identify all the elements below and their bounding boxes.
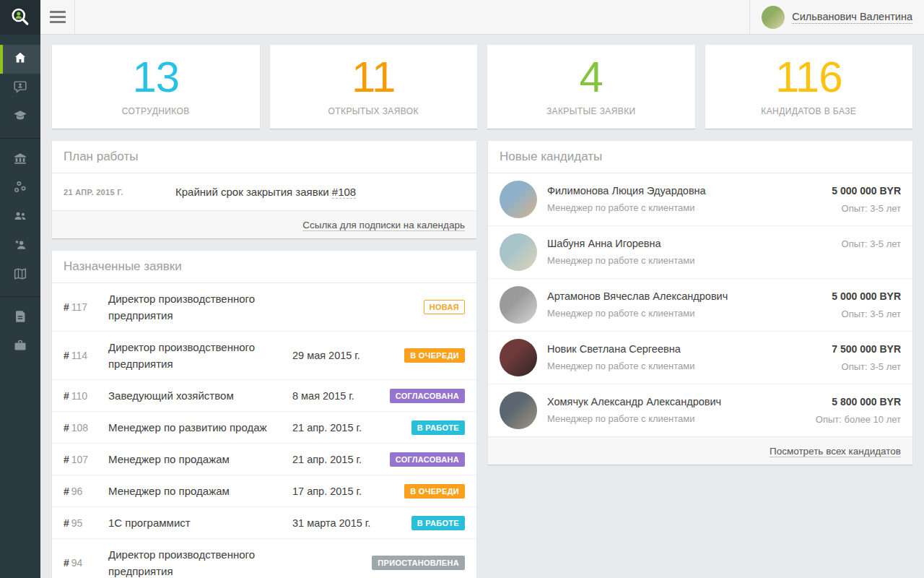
sidebar-item-education[interactable] bbox=[0, 103, 40, 131]
request-number: #110 bbox=[64, 390, 108, 402]
request-position: Директор производственного предприятия bbox=[108, 546, 292, 578]
view-all-candidates-link[interactable]: Посмотреть всех кандидатов bbox=[770, 446, 901, 457]
candidate-row[interactable]: Новик Светлана Сергеевна Менеджер по раб… bbox=[488, 331, 912, 384]
sidebar-item-company[interactable] bbox=[0, 145, 40, 174]
stat-label: СОТРУДНИКОВ bbox=[52, 106, 260, 116]
work-plan-entry-text: Крайний срок закрытия заявки #108 bbox=[175, 186, 356, 198]
request-position: Директор производственного предприятия bbox=[108, 290, 292, 324]
sidebar-item-home[interactable] bbox=[0, 45, 40, 74]
candidate-position: Менеджер по работе с клиентами bbox=[547, 306, 832, 320]
candidates-list: Филимонова Люция Эдуардовна Менеджер по … bbox=[488, 173, 912, 436]
request-number: #114 bbox=[64, 350, 108, 361]
request-date: 21 апр. 2015 г. bbox=[292, 454, 390, 465]
request-number: #108 bbox=[64, 422, 108, 434]
request-row[interactable]: #95 1С программист 31 марта 2015 г. В РА… bbox=[52, 506, 476, 538]
sidebar-item-structure[interactable] bbox=[0, 174, 40, 203]
hash-icon: # bbox=[64, 486, 69, 497]
stat-card[interactable]: 11 ОТКРЫТЫХ ЗАЯВОК bbox=[270, 45, 478, 129]
request-position: Директор производственного предприятия bbox=[108, 339, 292, 372]
new-candidates-panel: Новые кандидаты Филимонова Люция Эдуардо… bbox=[488, 141, 912, 465]
request-date: 31 марта 2015 г. bbox=[292, 517, 411, 529]
candidate-experience: Опыт: более 10 лет bbox=[816, 412, 901, 427]
menu-toggle-button[interactable] bbox=[40, 0, 75, 35]
candidate-name: Новик Светлана Сергеевна bbox=[547, 342, 832, 357]
new-candidates-title: Новые кандидаты bbox=[488, 141, 912, 173]
user-name[interactable]: Сильванович Валентина bbox=[792, 11, 912, 24]
request-date: 29 мая 2015 г. bbox=[292, 350, 404, 361]
request-position: Заведующий хозяйством bbox=[108, 387, 292, 404]
stat-card[interactable]: 13 СОТРУДНИКОВ bbox=[52, 45, 260, 129]
candidate-position: Менеджер по работе с клиентами bbox=[547, 201, 832, 215]
sidebar-item-candidates[interactable] bbox=[0, 232, 40, 261]
employees-icon bbox=[12, 208, 28, 227]
candidate-avatar bbox=[500, 286, 537, 324]
stats-row: 13 СОТРУДНИКОВ 11 ОТКРЫТЫХ ЗАЯВОК 4 ЗАКР… bbox=[52, 45, 912, 129]
request-number: #96 bbox=[64, 486, 108, 497]
candidate-experience: Опыт: 3-5 лет bbox=[842, 201, 901, 216]
candidate-avatar bbox=[500, 339, 537, 376]
candidate-name: Артамонов Вячеслав Александрович bbox=[547, 289, 832, 304]
stat-value: 116 bbox=[705, 51, 913, 104]
candidate-salary: 5 800 000 BYR bbox=[832, 394, 901, 410]
request-number: #117 bbox=[64, 301, 108, 313]
stat-card[interactable]: 116 КАНДИДАТОВ В БАЗЕ bbox=[705, 45, 913, 129]
work-plan-footer: Ссылка для подписки на календарь bbox=[52, 210, 476, 238]
company-icon bbox=[12, 150, 28, 169]
sidebar-nav bbox=[0, 35, 40, 361]
request-row[interactable]: #107 Менеджер по продажам 21 апр. 2015 г… bbox=[52, 443, 476, 475]
candidate-salary: 5 000 000 BYR bbox=[832, 184, 901, 199]
request-position: Менеджер по продажам bbox=[108, 483, 292, 499]
documents-icon bbox=[12, 309, 28, 327]
candidate-name: Хомячук Александр Александрович bbox=[547, 394, 816, 410]
status-badge: В ОЧЕРЕДИ bbox=[404, 484, 465, 499]
request-position: 1С программист bbox=[108, 514, 292, 531]
calendar-subscribe-link[interactable]: Ссылка для подписки на календарь bbox=[302, 220, 465, 231]
sidebar-group-divider bbox=[0, 296, 40, 297]
app-logo[interactable] bbox=[0, 0, 40, 35]
candidate-row[interactable]: Шабуня Анна Игоревна Менеджер по работе … bbox=[488, 225, 912, 278]
candidate-position: Менеджер по работе с клиентами bbox=[547, 412, 816, 426]
candidate-row[interactable]: Артамонов Вячеслав Александрович Менедже… bbox=[488, 278, 912, 331]
candidate-experience: Опыт: 3-5 лет bbox=[842, 306, 901, 322]
hash-icon: # bbox=[64, 454, 69, 465]
sidebar-item-vacancies[interactable] bbox=[0, 332, 40, 361]
stat-label: ЗАКРЫТЫЕ ЗАЯВКИ bbox=[487, 106, 695, 116]
hash-icon: # bbox=[64, 557, 69, 569]
request-row[interactable]: #96 Менеджер по продажам 17 апр. 2015 г.… bbox=[52, 475, 476, 506]
stat-value: 13 bbox=[52, 51, 260, 104]
request-number: #95 bbox=[64, 517, 108, 529]
sidebar-item-map[interactable] bbox=[0, 261, 40, 290]
map-icon bbox=[12, 266, 28, 285]
home-icon bbox=[12, 50, 28, 69]
request-date: 8 мая 2015 г. bbox=[292, 390, 390, 402]
user-menu[interactable]: Сильванович Валентина bbox=[749, 0, 924, 35]
sidebar-item-employees[interactable] bbox=[0, 203, 40, 232]
request-row[interactable]: #114 Директор производственного предприя… bbox=[52, 331, 476, 379]
candidate-salary: 7 500 000 BYR bbox=[832, 342, 901, 357]
hash-icon: # bbox=[64, 350, 69, 361]
user-avatar bbox=[762, 6, 785, 29]
stat-card[interactable]: 4 ЗАКРЫТЫЕ ЗАЯВКИ bbox=[487, 45, 695, 129]
status-badge: В РАБОТЕ bbox=[411, 420, 465, 435]
topbar: Сильванович Валентина bbox=[40, 0, 924, 35]
status-badge: СОГЛАСОВАНА bbox=[390, 452, 465, 467]
request-date: 21 апр. 2015 г. bbox=[292, 422, 411, 434]
request-link[interactable]: #108 bbox=[332, 186, 356, 199]
dashboard: 13 СОТРУДНИКОВ 11 ОТКРЫТЫХ ЗАЯВОК 4 ЗАКР… bbox=[40, 35, 924, 578]
candidate-row[interactable]: Хомячук Александр Александрович Менеджер… bbox=[488, 384, 912, 436]
sidebar-item-feedback[interactable] bbox=[0, 74, 40, 103]
request-row[interactable]: #94 Директор производственного предприят… bbox=[52, 538, 476, 578]
request-row[interactable]: #117 Директор производственного предприя… bbox=[52, 283, 476, 331]
candidate-experience: Опыт: 3-5 лет bbox=[842, 236, 901, 251]
candidate-avatar bbox=[500, 392, 537, 429]
sidebar bbox=[0, 0, 40, 578]
candidates-icon bbox=[12, 237, 28, 256]
request-row[interactable]: #110 Заведующий хозяйством 8 мая 2015 г.… bbox=[52, 379, 476, 411]
request-number: #107 bbox=[64, 454, 108, 465]
request-row[interactable]: #108 Менеджер по развитию продаж 21 апр.… bbox=[52, 411, 476, 443]
candidate-row[interactable]: Филимонова Люция Эдуардовна Менеджер по … bbox=[488, 173, 912, 225]
candidate-name: Шабуня Анна Игоревна bbox=[547, 236, 842, 251]
sidebar-item-documents[interactable] bbox=[0, 303, 40, 332]
candidate-experience: Опыт: 3-5 лет bbox=[842, 359, 901, 374]
candidate-position: Менеджер по работе с клиентами bbox=[547, 254, 842, 267]
